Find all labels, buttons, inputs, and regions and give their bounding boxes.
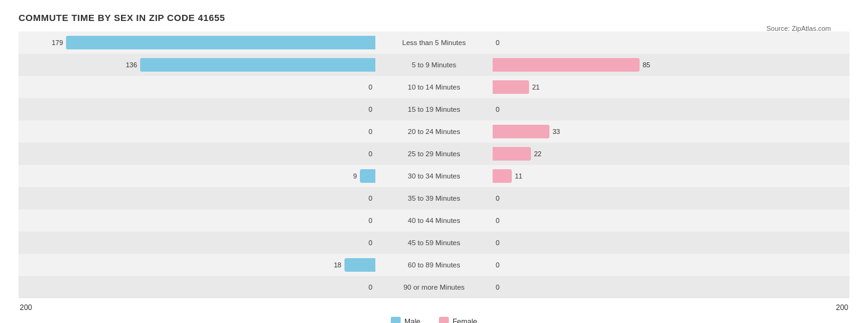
female-value-label: 21 xyxy=(532,83,540,91)
male-bar-wrap: 0 xyxy=(369,103,375,116)
bar-row: 1365 to 9 Minutes85 xyxy=(19,54,849,76)
female-bar-wrap: 0 xyxy=(493,258,499,272)
female-bar-wrap: 0 xyxy=(493,214,499,227)
bar-row-label: 30 to 34 Minutes xyxy=(375,172,493,180)
male-value-label: 0 xyxy=(369,195,372,202)
female-bar-wrap: 0 xyxy=(493,36,499,49)
male-bar-wrap: 0 xyxy=(369,80,375,94)
female-bar xyxy=(493,125,549,138)
female-bar-wrap: 33 xyxy=(493,125,560,138)
female-bar xyxy=(493,80,529,94)
bar-row: 010 to 14 Minutes21 xyxy=(19,76,849,98)
male-bar-wrap: 0 xyxy=(369,191,375,205)
male-bar-wrap: 9 xyxy=(353,169,375,183)
bar-row: 015 to 19 Minutes0 xyxy=(19,98,849,120)
legend-male: Male xyxy=(391,317,420,323)
bar-row-label: 5 to 9 Minutes xyxy=(375,61,493,69)
male-value-label: 179 xyxy=(52,39,63,46)
bar-row: 1860 to 89 Minutes0 xyxy=(19,254,849,276)
female-bar-wrap: 85 xyxy=(493,58,650,72)
bar-row-label: 10 to 14 Minutes xyxy=(375,83,493,91)
female-bar-wrap: 0 xyxy=(493,236,499,250)
male-bar-wrap: 179 xyxy=(52,36,375,49)
female-bar-wrap: 21 xyxy=(493,80,540,94)
female-bar-wrap: 0 xyxy=(493,103,499,116)
axis-left-label: 200 xyxy=(19,303,204,312)
female-bar xyxy=(493,169,512,183)
legend-male-label: Male xyxy=(404,317,420,323)
female-value-label: 0 xyxy=(496,217,499,224)
male-bar-wrap: 136 xyxy=(126,58,375,72)
bar-row-label: 35 to 39 Minutes xyxy=(375,195,493,202)
male-value-label: 136 xyxy=(126,61,137,69)
bar-row-label: 25 to 29 Minutes xyxy=(375,150,493,157)
bar-row-label: 45 to 59 Minutes xyxy=(375,239,493,246)
axis-right-label: 200 xyxy=(664,303,849,312)
bar-row: 179Less than 5 Minutes0 xyxy=(19,31,849,54)
male-value-label: 9 xyxy=(353,172,357,180)
male-bar-wrap: 0 xyxy=(369,214,375,227)
bar-row: 020 to 24 Minutes33 xyxy=(19,120,849,143)
female-value-label: 0 xyxy=(496,39,499,46)
female-value-label: 0 xyxy=(496,283,499,291)
male-bar xyxy=(360,169,375,183)
male-value-label: 0 xyxy=(369,106,372,113)
male-bar xyxy=(344,258,375,272)
bar-row-label: Less than 5 Minutes xyxy=(375,39,493,46)
female-bar-wrap: 11 xyxy=(493,169,522,183)
male-bar-wrap: 18 xyxy=(334,258,375,272)
female-bar-wrap: 0 xyxy=(493,191,499,205)
female-value-label: 0 xyxy=(496,261,499,269)
bar-row-label: 60 to 89 Minutes xyxy=(375,261,493,269)
bar-row-label: 40 to 44 Minutes xyxy=(375,217,493,224)
male-value-label: 0 xyxy=(369,217,372,224)
bar-row-label: 15 to 19 Minutes xyxy=(375,106,493,113)
male-bar-wrap: 0 xyxy=(369,280,375,294)
female-value-label: 22 xyxy=(534,150,541,157)
male-bar-wrap: 0 xyxy=(369,147,375,161)
bar-row: 035 to 39 Minutes0 xyxy=(19,187,849,209)
female-value-label: 85 xyxy=(643,61,650,69)
female-bar xyxy=(493,147,531,161)
bar-row: 025 to 29 Minutes22 xyxy=(19,143,849,165)
male-value-label: 0 xyxy=(369,239,372,246)
legend-female: Female xyxy=(439,317,477,323)
bar-row-label: 90 or more Minutes xyxy=(375,283,493,291)
female-bar-wrap: 0 xyxy=(493,280,499,294)
male-value-label: 18 xyxy=(334,261,341,269)
chart-title: COMMUTE TIME BY SEX IN ZIP CODE 41655 xyxy=(19,12,849,23)
female-value-label: 0 xyxy=(496,239,499,246)
female-value-label: 33 xyxy=(553,128,560,135)
female-value-label: 0 xyxy=(496,195,499,202)
male-value-label: 0 xyxy=(369,83,372,91)
legend-female-label: Female xyxy=(453,317,477,323)
female-bar-wrap: 22 xyxy=(493,147,541,161)
bar-row: 090 or more Minutes0 xyxy=(19,276,849,298)
male-bar-wrap: 0 xyxy=(369,125,375,138)
female-value-label: 0 xyxy=(496,106,499,113)
male-bar xyxy=(140,58,375,72)
bar-row: 045 to 59 Minutes0 xyxy=(19,232,849,254)
male-value-label: 0 xyxy=(369,150,372,157)
male-value-label: 0 xyxy=(369,128,372,135)
bar-row: 040 to 44 Minutes0 xyxy=(19,209,849,232)
bar-row-label: 20 to 24 Minutes xyxy=(375,128,493,135)
female-value-label: 11 xyxy=(515,172,522,180)
bar-row: 930 to 34 Minutes11 xyxy=(19,165,849,187)
male-bar-wrap: 0 xyxy=(369,236,375,250)
female-bar xyxy=(493,58,640,72)
male-bar xyxy=(66,36,375,49)
male-value-label: 0 xyxy=(369,283,372,291)
source-label: Source: ZipAtlas.com xyxy=(766,25,831,32)
